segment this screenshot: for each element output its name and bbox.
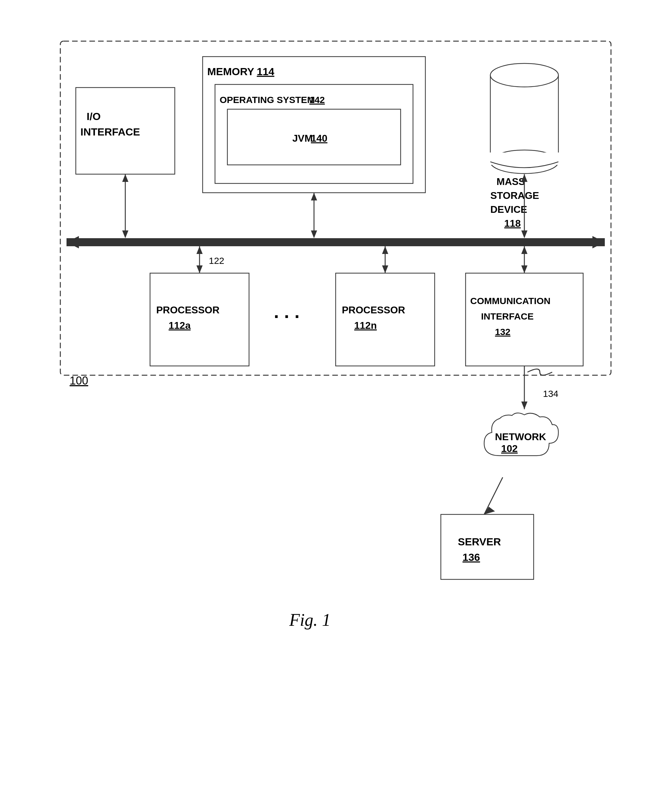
page: MEMORY 114 OPERATING SYSTEM 142 JVM 140 …: [26, 19, 645, 793]
diagram-wrapper: MEMORY 114 OPERATING SYSTEM 142 JVM 140 …: [57, 38, 614, 657]
diagram-spacer: [57, 38, 614, 657]
